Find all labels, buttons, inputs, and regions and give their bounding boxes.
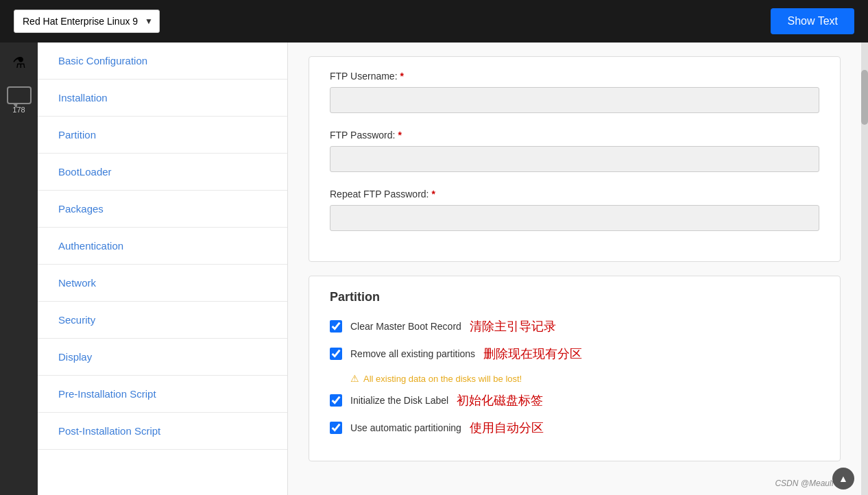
sidebar-item-pre-installation-script[interactable]: Pre-Installation Script <box>38 376 287 413</box>
init-disk-label-label[interactable]: Initialize the Disk Label <box>350 395 448 406</box>
clear-master-boot-annotation: 清除主引导记录 <box>470 318 556 335</box>
repeat-ftp-password-label: Repeat FTP Password: * <box>330 189 819 200</box>
ftp-password-required: * <box>398 130 401 141</box>
warning-icon: ⚠ <box>350 373 359 384</box>
use-auto-partition-row: Use automatic partitioning 使用自动分区 <box>330 420 819 436</box>
show-text-button[interactable]: Show Text <box>771 8 854 34</box>
partition-title: Partition <box>330 290 819 304</box>
sidebar-item-packages[interactable]: Packages <box>38 191 287 228</box>
ftp-username-required: * <box>400 71 404 82</box>
sidebar-item-display[interactable]: Display <box>38 339 287 376</box>
os-dropdown[interactable]: Red Hat Enterprise Linux 9 Red Hat Enter… <box>14 10 160 33</box>
sidebar-item-installation[interactable]: Installation <box>38 80 287 117</box>
remove-existing-checkbox[interactable] <box>330 348 342 360</box>
remove-existing-annotation: 删除现在现有分区 <box>483 346 582 362</box>
sidebar: Basic Configuration Installation Partiti… <box>38 43 288 495</box>
clear-master-boot-row: Clear Master Boot Record 清除主引导记录 <box>330 318 819 335</box>
repeat-ftp-password-required: * <box>431 189 435 200</box>
partition-section: Partition Clear Master Boot Record 清除主引导… <box>309 276 841 461</box>
watermark: CSDN @Meaulf <box>775 479 834 488</box>
use-auto-partition-annotation: 使用自动分区 <box>470 420 544 436</box>
ftp-username-input[interactable] <box>330 87 819 113</box>
sidebar-item-partition[interactable]: Partition <box>38 117 287 154</box>
repeat-ftp-password-input[interactable] <box>330 205 819 231</box>
init-disk-label-annotation: 初始化磁盘标签 <box>457 392 543 409</box>
sidebar-item-network[interactable]: Network <box>38 265 287 302</box>
ftp-username-label: FTP Username: * <box>330 71 819 82</box>
warning-text: All existing data on the disks will be l… <box>363 374 522 384</box>
flask-icon-button[interactable]: ⚗ <box>5 49 33 77</box>
use-auto-partition-checkbox[interactable] <box>330 422 342 434</box>
sidebar-item-post-installation-script[interactable]: Post-Installation Script <box>38 413 287 450</box>
init-disk-label-row: Initialize the Disk Label 初始化磁盘标签 <box>330 392 819 409</box>
remove-existing-label[interactable]: Remove all existing partitions <box>350 348 475 359</box>
comment-icon <box>7 86 32 104</box>
top-bar: Red Hat Enterprise Linux 9 Red Hat Enter… <box>0 0 868 43</box>
sidebar-item-basic-configuration[interactable]: Basic Configuration <box>38 43 287 80</box>
ftp-username-group: FTP Username: * <box>330 71 819 113</box>
ftp-section-card: FTP Username: * FTP Password: * Repeat F… <box>309 56 841 262</box>
sidebar-item-security[interactable]: Security <box>38 302 287 339</box>
main-content: ⚗ 178 Basic Configuration Installation P… <box>0 43 868 495</box>
clear-master-boot-label[interactable]: Clear Master Boot Record <box>350 321 461 332</box>
init-disk-label-checkbox[interactable] <box>330 394 342 407</box>
scrollbar-thumb[interactable] <box>861 70 868 125</box>
scrollbar[interactable] <box>861 43 868 495</box>
repeat-ftp-password-group: Repeat FTP Password: * <box>330 189 819 231</box>
content-area: FTP Username: * FTP Password: * Repeat F… <box>288 43 861 495</box>
sidebar-item-bootloader[interactable]: BootLoader <box>38 154 287 191</box>
use-auto-partition-label[interactable]: Use automatic partitioning <box>350 422 461 433</box>
os-dropdown-container: Red Hat Enterprise Linux 9 Red Hat Enter… <box>14 10 160 33</box>
clear-master-boot-checkbox[interactable] <box>330 320 342 333</box>
ftp-password-input[interactable] <box>330 146 819 172</box>
remove-existing-warning: ⚠ All existing data on the disks will be… <box>350 373 819 384</box>
sidebar-item-authentication[interactable]: Authentication <box>38 228 287 265</box>
scroll-up-icon: ▲ <box>839 473 848 484</box>
ftp-password-label: FTP Password: * <box>330 130 819 141</box>
scroll-to-top-button[interactable]: ▲ <box>832 468 854 490</box>
remove-existing-row: Remove all existing partitions 删除现在现有分区 <box>330 346 819 362</box>
flask-icon: ⚗ <box>12 54 26 72</box>
left-icon-bar: ⚗ 178 <box>0 43 38 495</box>
comment-icon-button[interactable]: 178 <box>5 86 33 114</box>
ftp-password-group: FTP Password: * <box>330 130 819 172</box>
